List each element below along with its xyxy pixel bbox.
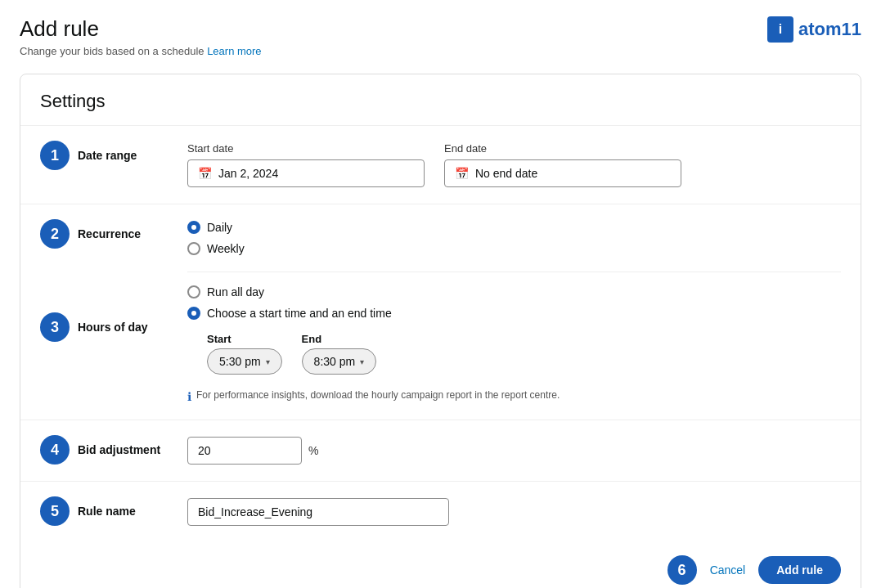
calendar-icon-end: 📅 bbox=[455, 167, 469, 180]
recurrence-label-area: 2 Recurrence 3 Hours of day bbox=[40, 221, 187, 342]
run-all-day-label: Run all day bbox=[207, 285, 264, 298]
hours-of-day-options: Run all day Choose a start time and an e… bbox=[187, 285, 841, 403]
start-date-label: Start date bbox=[187, 142, 425, 155]
step-5-badge: 5 bbox=[40, 496, 70, 526]
run-all-day-radio[interactable] bbox=[187, 285, 200, 298]
end-time-value: 8:30 pm bbox=[314, 355, 356, 368]
start-date-value: Jan 2, 2024 bbox=[218, 167, 278, 180]
info-text: For performance insights, download the h… bbox=[196, 389, 560, 401]
date-range-label: Date range bbox=[78, 142, 137, 162]
end-date-value: No end date bbox=[475, 167, 537, 180]
choose-time-label: Choose a start time and an end time bbox=[207, 307, 392, 320]
end-time-select[interactable]: 8:30 pm ▾ bbox=[302, 348, 377, 375]
recurrence-hours-section: 2 Recurrence 3 Hours of day Daily bbox=[20, 204, 861, 420]
hours-of-day-label: Hours of day bbox=[78, 314, 148, 334]
info-icon: ℹ bbox=[187, 390, 191, 403]
time-selects-row: Start 5:30 pm ▾ End 8:30 pm ▾ bbox=[207, 333, 841, 375]
end-time-field: End 8:30 pm ▾ bbox=[302, 333, 377, 375]
rule-name-section: 5 Rule name bbox=[20, 482, 861, 542]
rule-name-content bbox=[187, 498, 841, 526]
start-time-label: Start bbox=[207, 333, 282, 345]
step-6-badge: 6 bbox=[667, 555, 697, 585]
recurrence-hours-content: Daily Weekly Run all day bbox=[187, 221, 841, 403]
header-row: Add rule Change your bids based on a sch… bbox=[20, 16, 861, 57]
daily-label: Daily bbox=[207, 221, 232, 234]
date-range-row: Start date 📅 Jan 2, 2024 End date 📅 No e… bbox=[187, 142, 841, 187]
recurrence-weekly-option[interactable]: Weekly bbox=[187, 242, 841, 255]
start-date-field: Start date 📅 Jan 2, 2024 bbox=[187, 142, 425, 187]
start-time-select[interactable]: 5:30 pm ▾ bbox=[207, 348, 282, 375]
page-wrapper: Add rule Change your bids based on a sch… bbox=[0, 0, 881, 588]
step-2-badge: 2 bbox=[40, 219, 70, 249]
end-chevron-icon: ▾ bbox=[360, 357, 364, 366]
logo-area: i atom11 bbox=[767, 16, 861, 43]
bid-adjustment-label: Bid adjustment bbox=[78, 437, 160, 456]
bid-adjustment-input[interactable] bbox=[187, 437, 302, 465]
recurrence-daily-option[interactable]: Daily bbox=[187, 221, 841, 234]
bid-adjustment-section: 4 Bid adjustment % bbox=[20, 420, 861, 482]
end-date-label: End date bbox=[444, 142, 681, 155]
bid-adjustment-content: % bbox=[187, 437, 841, 465]
info-row: ℹ For performance insights, download the… bbox=[187, 389, 841, 403]
cancel-button[interactable]: Cancel bbox=[707, 557, 749, 583]
bottom-actions: 6 Cancel Add rule bbox=[20, 542, 861, 588]
weekly-label: Weekly bbox=[207, 242, 245, 255]
start-chevron-icon: ▾ bbox=[266, 357, 270, 366]
page-title: Add rule bbox=[20, 16, 262, 42]
step-3-badge: 3 bbox=[40, 312, 70, 342]
start-date-input[interactable]: 📅 Jan 2, 2024 bbox=[187, 159, 425, 187]
recurrence-label: Recurrence bbox=[78, 221, 141, 240]
end-date-field: End date 📅 No end date bbox=[444, 142, 681, 187]
start-time-value: 5:30 pm bbox=[219, 355, 261, 368]
settings-title: Settings bbox=[40, 91, 841, 112]
learn-more-link[interactable]: Learn more bbox=[207, 45, 261, 57]
percent-symbol: % bbox=[308, 444, 318, 457]
logo-icon: i bbox=[767, 16, 793, 43]
header-left: Add rule Change your bids based on a sch… bbox=[20, 16, 262, 57]
end-time-label: End bbox=[302, 333, 377, 345]
calendar-icon-start: 📅 bbox=[198, 167, 212, 180]
settings-card: Settings 1 Date range Start date 📅 Jan 2… bbox=[20, 74, 861, 588]
run-all-day-option[interactable]: Run all day bbox=[187, 285, 841, 298]
daily-radio[interactable] bbox=[187, 221, 200, 234]
bid-adjustment-label-area: 4 Bid adjustment bbox=[40, 437, 187, 465]
start-time-field: Start 5:30 pm ▾ bbox=[207, 333, 282, 375]
add-rule-button[interactable]: Add rule bbox=[758, 556, 841, 584]
weekly-radio[interactable] bbox=[187, 242, 200, 255]
end-date-input[interactable]: 📅 No end date bbox=[444, 159, 681, 187]
date-range-content: Start date 📅 Jan 2, 2024 End date 📅 No e… bbox=[187, 142, 841, 187]
rule-name-label-area: 5 Rule name bbox=[40, 498, 187, 526]
subtitle-text: Change your bids based on a schedule bbox=[20, 45, 205, 57]
step-1-badge: 1 bbox=[40, 141, 70, 170]
settings-header: Settings bbox=[20, 74, 861, 126]
rule-name-input[interactable] bbox=[187, 498, 449, 526]
bid-row: % bbox=[187, 437, 841, 465]
step-4-badge: 4 bbox=[40, 435, 70, 465]
subtitle: Change your bids based on a schedule Lea… bbox=[20, 45, 262, 57]
date-range-section: 1 Date range Start date 📅 Jan 2, 2024 En… bbox=[20, 126, 861, 204]
choose-time-radio[interactable] bbox=[187, 307, 200, 320]
logo-text: atom11 bbox=[798, 19, 861, 40]
choose-time-option[interactable]: Choose a start time and an end time bbox=[187, 307, 841, 320]
rule-name-label: Rule name bbox=[78, 498, 136, 518]
date-range-label-area: 1 Date range bbox=[40, 142, 187, 170]
recurrence-options: Daily Weekly bbox=[187, 221, 841, 255]
